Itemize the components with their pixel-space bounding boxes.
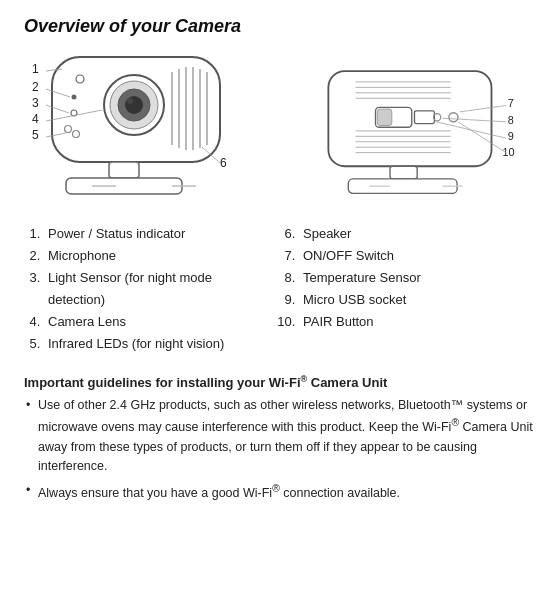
camera-front-diagram: 1 2 3 4 5 6 bbox=[24, 47, 264, 207]
cameras-row: 1 2 3 4 5 6 bbox=[24, 47, 534, 207]
label-item-9: Micro USB socket bbox=[299, 289, 534, 311]
important-title: Important guidelines for installing your… bbox=[24, 374, 534, 390]
bullet-item-1: Use of other 2.4 GHz products, such as o… bbox=[24, 396, 534, 477]
svg-text:2: 2 bbox=[32, 80, 39, 94]
label-item-10: PAIR Button bbox=[299, 311, 534, 333]
svg-point-17 bbox=[127, 98, 133, 104]
label-item-2: Microphone bbox=[44, 245, 279, 267]
important-section: Important guidelines for installing your… bbox=[24, 374, 534, 504]
svg-point-19 bbox=[72, 95, 77, 100]
camera-back-diagram: 7 8 9 10 bbox=[304, 62, 534, 207]
svg-text:10: 10 bbox=[502, 146, 514, 158]
label-item-6: Speaker bbox=[299, 223, 534, 245]
label-item-3: Light Sensor (for night modedetection) bbox=[44, 267, 279, 311]
svg-text:4: 4 bbox=[32, 112, 39, 126]
label-item-1: Power / Status indicator bbox=[44, 223, 279, 245]
svg-text:7: 7 bbox=[508, 97, 514, 109]
svg-rect-56 bbox=[390, 166, 417, 179]
svg-text:1: 1 bbox=[32, 62, 39, 76]
page-title: Overview of your Camera bbox=[24, 16, 534, 37]
svg-text:5: 5 bbox=[32, 128, 39, 142]
svg-rect-48 bbox=[377, 109, 392, 125]
label-item-8: Temperature Sensor bbox=[299, 267, 534, 289]
labels-right-col: Speaker ON/OFF Switch Temperature Sensor… bbox=[279, 223, 534, 356]
label-item-5: Infrared LEDs (for night vision) bbox=[44, 333, 279, 355]
right-label-list: Speaker ON/OFF Switch Temperature Sensor… bbox=[279, 223, 534, 333]
svg-point-16 bbox=[125, 96, 143, 114]
label-item-4: Camera Lens bbox=[44, 311, 279, 333]
bullet-item-2: Always ensure that you have a good Wi-Fi… bbox=[24, 481, 534, 504]
svg-rect-23 bbox=[109, 162, 139, 178]
labels-section: Power / Status indicator Microphone Ligh… bbox=[24, 223, 534, 356]
svg-text:8: 8 bbox=[508, 114, 514, 126]
labels-left-col: Power / Status indicator Microphone Ligh… bbox=[24, 223, 279, 356]
svg-text:6: 6 bbox=[220, 156, 227, 170]
svg-rect-49 bbox=[414, 111, 434, 124]
svg-text:3: 3 bbox=[32, 96, 39, 110]
svg-rect-57 bbox=[348, 179, 457, 194]
svg-text:9: 9 bbox=[508, 130, 514, 142]
left-label-list: Power / Status indicator Microphone Ligh… bbox=[24, 223, 279, 356]
label-item-7: ON/OFF Switch bbox=[299, 245, 534, 267]
svg-rect-24 bbox=[66, 178, 182, 194]
important-bullets: Use of other 2.4 GHz products, such as o… bbox=[24, 396, 534, 503]
